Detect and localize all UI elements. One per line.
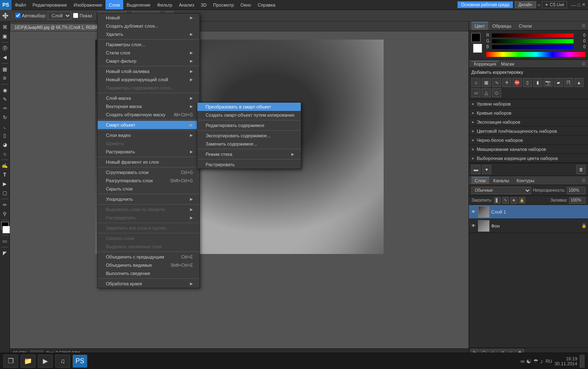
menu-vector-mask[interactable]: Векторная маска ▶ (98, 102, 199, 110)
adj-hue-sat[interactable]: ► Цветовой тон/Насыщенность наборов (469, 127, 588, 136)
layers-panel-close[interactable]: ☰ (582, 178, 586, 183)
menu-layer[interactable]: Слои (105, 0, 123, 9)
menu-new[interactable]: Новый ▶ (98, 14, 199, 22)
menu-select[interactable]: Выделение (123, 0, 154, 9)
screen-mode-button[interactable]: ◤ (1, 249, 9, 257)
menu-layer-props[interactable]: Параметры слоя... (98, 40, 199, 49)
explorer-button[interactable]: 📁 (21, 355, 35, 368)
color-spectrum-bar[interactable] (486, 52, 586, 57)
menu-group-layers[interactable]: Сгруппировать слои Ctrl+G (98, 168, 199, 176)
color-balance-icon[interactable]: ▯ (523, 78, 532, 87)
menu-image[interactable]: Изображение (70, 0, 105, 9)
layer-vis-2[interactable]: 👁 (471, 223, 476, 229)
menu-analysis[interactable]: Анализ (176, 0, 197, 9)
submenu-rasterize[interactable]: Растрировать (197, 160, 301, 169)
tab-correction[interactable]: Коррекция (471, 61, 499, 66)
foreground-swatch[interactable] (471, 33, 480, 42)
tray-icon-4[interactable]: ♪ (540, 358, 543, 364)
history-brush-button[interactable]: ↻ (1, 113, 9, 122)
lock-pixels-button[interactable]: ✎ (502, 197, 509, 204)
adj-curves[interactable]: ► Кривые наборов (469, 108, 588, 118)
type-tool-button[interactable]: T (1, 171, 9, 179)
menu-filter[interactable]: Фильтр (154, 0, 176, 9)
menu-edge-processing[interactable]: Обработка краев ▶ (98, 280, 199, 288)
lock-position-button[interactable]: ✚ (511, 197, 517, 204)
maximize-icon[interactable]: □ (577, 2, 580, 7)
submenu-replace-content[interactable]: Заменить содержимое... (197, 140, 301, 148)
submenu-copy-smart[interactable]: Создать смарт-объект путем копирования (197, 111, 301, 119)
hue-sat-icon[interactable]: ⛔ (513, 78, 522, 87)
threshold-icon[interactable]: ▲ (574, 78, 583, 87)
dodge-tool-button[interactable]: ☼ (1, 150, 9, 158)
submenu-edit-content[interactable]: Редактировать содержимое (197, 121, 301, 129)
menu-window[interactable]: Окно (237, 0, 255, 9)
bw-icon[interactable]: ▮ (533, 78, 542, 87)
pen-tool-button[interactable]: ✍ (1, 162, 9, 170)
blur-tool-button[interactable]: ◕ (1, 141, 9, 149)
brightness-icon[interactable]: ☼ (471, 78, 480, 87)
posterize-icon[interactable]: ▱ (471, 88, 480, 97)
menu-duplicate[interactable]: Создать дубликат слоя... (98, 22, 199, 30)
winamp-button[interactable]: ♫ (55, 355, 70, 368)
menu-file[interactable]: Файл (12, 0, 29, 9)
menu-layer-styles[interactable]: Стили слоя ▶ (98, 49, 199, 57)
adj-channel-mix[interactable]: ► Микширование каналов наборов (469, 145, 588, 154)
show-checkbox[interactable]: Показ (73, 13, 92, 18)
opacity-input[interactable] (567, 187, 586, 194)
adj-levels[interactable]: ► Уровни наборов (469, 99, 588, 108)
heal-brush-button[interactable]: ◉ (1, 86, 9, 94)
eyedropper-button[interactable]: ⚞ (1, 74, 9, 82)
menu-ungroup-layers[interactable]: Разгруппировать слои Shift+Ctrl+G (98, 176, 199, 185)
menu-clipping-mask[interactable]: Создать обтравочную маску Alt+Ctrl+G (98, 110, 199, 119)
autofill-check-input[interactable] (15, 13, 21, 18)
adj-btn-1[interactable]: ▬ (471, 165, 480, 174)
submenu-export-content[interactable]: Экспортировать содержимое... (197, 132, 301, 140)
adj-selective-color[interactable]: ► Выборочная коррекция цвета наборов (469, 154, 588, 163)
expand-icon[interactable]: » (538, 2, 541, 8)
menu-arrange[interactable]: Упорядочить ▶ (98, 195, 199, 203)
tab-swatches[interactable]: Образцы (489, 22, 515, 30)
menu-smart-object[interactable]: Смарт-объект ▶ (98, 121, 199, 129)
background-swatch[interactable] (473, 44, 482, 53)
quick-mask-button[interactable]: ▭ (1, 237, 9, 245)
close-icon[interactable]: ✕ (582, 2, 586, 7)
color-panel-close[interactable]: ☰ (582, 24, 586, 28)
submenu-stack-mode[interactable]: Режим стека ▶ (197, 150, 301, 158)
tab-color[interactable]: Цвет (471, 22, 488, 30)
adj-btn-2[interactable]: ♥ (482, 165, 491, 174)
menu-layer-mask[interactable]: Слой-маска ▶ (98, 94, 199, 102)
cs-live-button[interactable]: ☀ CS Live (542, 1, 567, 8)
menu-3d[interactable]: 3D (197, 0, 210, 9)
layer-item-1[interactable]: 👁 Слой 1 (469, 205, 588, 219)
media-button[interactable]: ▶ (38, 355, 53, 368)
lock-all-button[interactable]: 🔒 (519, 197, 525, 204)
eraser-tool-button[interactable]: ◟ (1, 122, 9, 131)
adj-btn-trash[interactable]: 🗑 (576, 165, 586, 174)
background-color[interactable] (2, 226, 10, 233)
menu-hide-layers[interactable]: Скрыть слои (98, 185, 199, 193)
tab-paths[interactable]: Контуры (513, 177, 538, 184)
r-slider[interactable] (492, 33, 574, 38)
gradient-tool-button[interactable]: ▯ (1, 132, 9, 140)
menu-merge-visible[interactable]: Объединить видимые Shift+Ctrl+E (98, 261, 199, 269)
menu-delete[interactable]: Удалить ▶ (98, 30, 199, 38)
quick-select-button[interactable]: ◀ (1, 53, 9, 61)
b-slider[interactable] (492, 45, 574, 49)
zoom-tool-button[interactable]: ⚲ (1, 210, 9, 218)
lock-transparent-button[interactable]: ▋ (494, 197, 501, 204)
submenu-convert-smart[interactable]: Преобразовать в смарт-объект (197, 103, 301, 111)
move-tool-button[interactable]: ⌘ (1, 23, 9, 31)
menu-new-slice[interactable]: Новый фрагмент из слоя (98, 158, 199, 166)
tray-icon-2[interactable]: ☯ (526, 358, 532, 364)
menu-merge-down[interactable]: Объединить с предыдущим Ctrl+E (98, 253, 199, 261)
curves-icon[interactable]: ∿ (492, 78, 501, 87)
menu-help[interactable]: Справка (254, 0, 279, 9)
vibrance-icon[interactable]: ◇ (492, 88, 501, 97)
photoshop-taskbar-button[interactable]: PS (73, 355, 87, 368)
gradient-map-icon[interactable]: ▰ (554, 78, 563, 87)
tool-type-select[interactable]: Слой (48, 12, 71, 20)
path-select-button[interactable]: ▶ (1, 180, 9, 188)
menu-flatten[interactable]: Выполнить сведение (98, 269, 199, 277)
invert-icon[interactable]: △ (482, 88, 491, 97)
brush-tool-button[interactable]: ✎ (1, 95, 9, 103)
